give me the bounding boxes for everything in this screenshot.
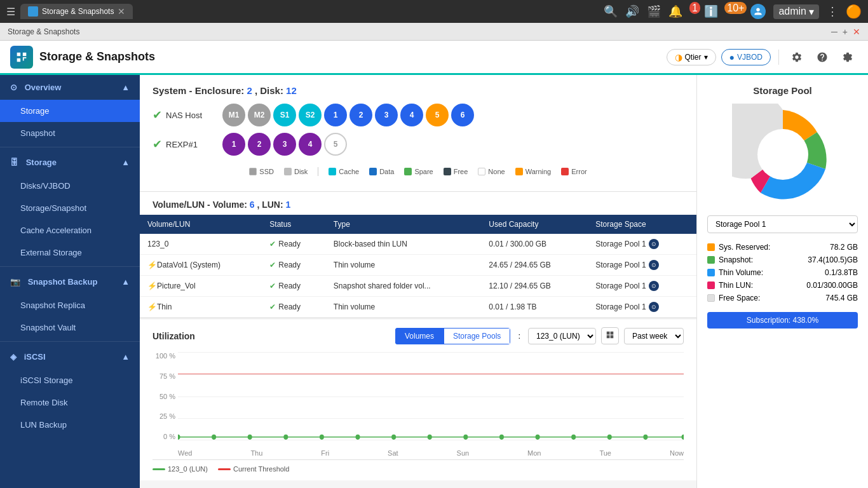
y-label-0: 0 % — [153, 433, 175, 440]
pool-dropdown[interactable]: Storage Pool 1 — [707, 215, 858, 233]
sidebar-item-cache[interactable]: Cache Acceleration — [0, 219, 140, 241]
sidebar-item-snapshot[interactable]: Snapshot — [0, 122, 140, 144]
close-btn[interactable]: ✕ — [853, 27, 860, 37]
rexp-disk-2[interactable]: 2 — [248, 133, 271, 156]
search-icon[interactable]: 🔍 — [604, 4, 618, 18]
legend-free-dot — [444, 168, 451, 175]
info-icon[interactable]: ℹ️ — [704, 5, 718, 18]
more-icon[interactable]: ⋮ — [827, 4, 838, 18]
disk-btn-3[interactable]: 3 — [375, 104, 398, 126]
rexp-disk-3[interactable]: 3 — [273, 133, 296, 156]
sidebar-header-snapshot-backup[interactable]: 📷 Snapshot Backup ▲ — [0, 269, 140, 294]
table-row[interactable]: ⚡Picture_Vol ✔ Ready Snapshot shared fol… — [140, 276, 696, 297]
rexp-disk-4[interactable]: 4 — [299, 133, 322, 156]
sidebar-item-remote-disk[interactable]: Remote Disk — [0, 391, 140, 414]
storage-pool-icon[interactable]: ⊙ — [649, 260, 659, 270]
sidebar-item-storage[interactable]: Storage — [0, 100, 140, 122]
help-icon[interactable] — [812, 47, 832, 67]
table-row[interactable]: 123_0 ✔ Ready Block-based thin LUN 0.01 … — [140, 234, 696, 255]
sidebar-item-iscsi-storage[interactable]: iSCSI Storage — [0, 369, 140, 391]
sidebar-header-overview[interactable]: ⊙ Overview ▲ — [0, 75, 140, 100]
disk-btn-m2[interactable]: M2 — [248, 104, 271, 126]
storage-pool-icon[interactable]: ⊙ — [649, 281, 659, 291]
enclosure-link[interactable]: 2 — [247, 85, 252, 96]
row-type: Thin volume — [326, 297, 482, 318]
disk-btn-m1[interactable]: M1 — [222, 104, 245, 126]
legend-error: Error — [561, 168, 587, 175]
minimize-btn[interactable]: ─ — [831, 27, 837, 37]
disk-btn-4[interactable]: 4 — [400, 104, 423, 126]
pie-center-circle — [757, 129, 808, 180]
volume-icon[interactable]: 🔊 — [625, 4, 639, 18]
sidebar-header-iscsi[interactable]: ◈ iSCSI ▲ — [0, 344, 140, 369]
sidebar-item-disks[interactable]: Disks/VJBOD — [0, 175, 140, 197]
avatar[interactable] — [750, 4, 766, 19]
utilization-panel: Utilization Volumes Storage Pools : 123_… — [140, 320, 696, 480]
tab-volumes[interactable]: Volumes — [395, 328, 444, 344]
gear-settings-icon[interactable] — [787, 47, 807, 67]
volume-count-link[interactable]: 6 — [250, 200, 255, 210]
disk-btn-6[interactable]: 6 — [451, 104, 474, 126]
maximize-btn[interactable]: + — [843, 27, 848, 37]
storage-pool-icon[interactable]: ⊙ — [649, 239, 659, 249]
grid-line-25 — [178, 418, 684, 419]
content-wrapper: System - Enclosure: 2 , Disk: 12 ✔ NAS H… — [140, 75, 868, 488]
sidebar-item-lun-backup[interactable]: LUN Backup — [0, 414, 140, 436]
subscription-bar[interactable]: Subscription: 438.0% — [707, 312, 858, 329]
settings-circle-icon[interactable]: 🟠 — [846, 4, 862, 19]
grid-icon-btn[interactable] — [601, 327, 619, 344]
remote-disk-label: Remote Disk — [20, 398, 67, 407]
app-header: Storage & Snapshots ◑ Qtier ▾ ● VJBOD — [0, 41, 868, 75]
notification-icon[interactable]: 🔔 — [668, 5, 682, 18]
tab-storage-pools[interactable]: Storage Pools — [444, 328, 510, 344]
browser-actions: 🔍 🔊 🎬 🔔 1 ℹ️ 10+ admin ▾ ⋮ 🟠 — [604, 4, 862, 19]
storage-pool-icon[interactable]: ⊙ — [649, 302, 659, 312]
disk-link[interactable]: 12 — [286, 85, 297, 96]
legend-ssd: SSD — [249, 168, 274, 175]
disk-btn-s1[interactable]: S1 — [273, 104, 296, 126]
system-title: System - Enclosure: 2 , Disk: 12 — [153, 85, 684, 96]
vjbod-btn[interactable]: ● VJBOD — [721, 49, 771, 65]
legend-sys-reserved: Sys. Reserved: 78.2 GB — [707, 241, 858, 254]
rexp-disk-1[interactable]: 1 — [222, 133, 245, 156]
col-status: Status — [262, 215, 326, 234]
qtier-btn[interactable]: ◑ Qtier ▾ — [667, 49, 716, 65]
snapshot-value: 37.4(100.5)GB — [808, 255, 858, 264]
browser-menu-icon[interactable]: ☰ — [6, 6, 15, 18]
legend-thin-lun: Thin LUN: 0.01/300.00GB — [707, 279, 858, 292]
storage-pool-legend: Sys. Reserved: 78.2 GB Snapshot: 37.4(10… — [707, 241, 858, 304]
row-used: 24.65 / 294.65 GB — [481, 255, 588, 276]
row-storage: Storage Pool 1 ⊙ — [588, 276, 696, 297]
volume-select[interactable]: 123_0 (LUN) — [528, 328, 596, 344]
legend-thin-lun-label: Thin LUN: — [707, 281, 753, 290]
nas-disk-buttons: M1 M2 S1 S2 1 2 3 4 5 6 — [222, 104, 474, 126]
tab-close-btn[interactable]: ✕ — [118, 6, 125, 17]
rexp-disk-5[interactable]: 5 — [324, 133, 347, 156]
sidebar-item-snapshot-replica[interactable]: Snapshot Replica — [0, 294, 140, 316]
disk-btn-s2[interactable]: S2 — [299, 104, 322, 126]
legend-data-dot — [369, 168, 377, 175]
disk-legend: SSD Disk Cache Data — [153, 162, 684, 181]
sidebar-item-external[interactable]: External Storage — [0, 241, 140, 264]
legend-disk-dot — [284, 168, 292, 175]
sidebar-header-storage[interactable]: 🗄 Storage ▲ — [0, 150, 140, 175]
volume-panel: Volume/LUN - Volume: 6 , LUN: 1 Volume/L… — [140, 192, 696, 318]
browser-tab[interactable]: Storage & Snapshots ✕ — [20, 4, 133, 19]
film-icon[interactable]: 🎬 — [647, 4, 661, 18]
app-settings-icon[interactable] — [837, 47, 858, 67]
disk-btn-2[interactable]: 2 — [349, 104, 372, 126]
disk-btn-5[interactable]: 5 — [426, 104, 449, 126]
y-label-25: 25 % — [153, 412, 175, 420]
sidebar-snapshot-label: Snapshot — [20, 128, 55, 138]
table-row[interactable]: ⚡DataVol1 (System) ✔ Ready Thin volume 2… — [140, 255, 696, 276]
sidebar-divider-3 — [0, 341, 140, 342]
user-menu-btn[interactable]: admin ▾ — [773, 4, 819, 19]
sidebar-item-storage-snapshot[interactable]: Storage/Snapshot — [0, 197, 140, 219]
notification-badge: 1 — [689, 2, 700, 14]
lun-count-link[interactable]: 1 — [286, 200, 291, 210]
sys-reserved-value: 78.2 GB — [830, 243, 858, 252]
time-range-select[interactable]: Past week — [624, 328, 684, 344]
disk-btn-1[interactable]: 1 — [324, 104, 347, 126]
table-row[interactable]: ⚡Thin ✔ Ready Thin volume 0.01 / 1.98 TB — [140, 297, 696, 318]
sidebar-item-snapshot-vault[interactable]: Snapshot Vault — [0, 316, 140, 339]
